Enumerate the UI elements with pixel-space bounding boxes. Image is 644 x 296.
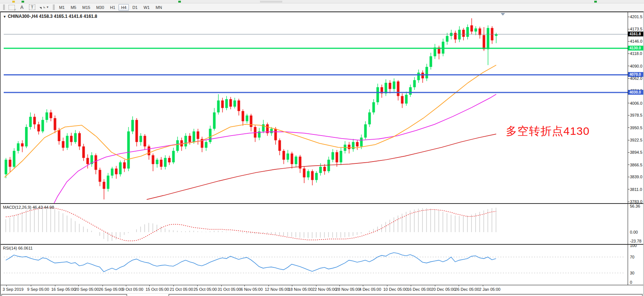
text-box-tool-button[interactable]: T — [27, 4, 37, 11]
rsi-axis-label: 0 — [630, 280, 632, 284]
arrows-tool-button[interactable]: ▼ — [38, 4, 51, 11]
rsi-axis[interactable]: 10070300 — [628, 245, 643, 285]
macd-axis-label: 56.36 — [630, 204, 640, 208]
time-tick — [55, 285, 55, 286]
toolbar-fragment — [12, 1, 15, 3]
price-tick — [628, 103, 630, 103]
price-tick-label: 3783.0 — [630, 199, 643, 204]
time-tick-label: 3 Sep 2019 — [3, 287, 23, 292]
price-tick — [628, 53, 630, 54]
price-axis[interactable]: 4201.54173.54146.04118.04090.04062.04034… — [628, 12, 643, 203]
time-tick — [411, 285, 411, 286]
toolbar-fragment — [594, 1, 597, 3]
window-tab[interactable] — [1, 294, 127, 296]
time-tick-label: 15 Oct 05:00 — [146, 287, 169, 292]
toolbar-grip[interactable] — [53, 4, 55, 10]
current-price-badge: 4161.8 — [628, 32, 643, 36]
time-tick-label: 9 Sep 05:00 — [27, 287, 49, 292]
time-tick-label: 26 Dec 05:00 — [455, 287, 479, 292]
chevron-down-icon[interactable]: ▼ — [46, 6, 49, 9]
window-tab[interactable] — [169, 294, 643, 296]
mt4-window: F A T ▼ M1M5M15M30H1H4D1W1MN ▼CHINA300-,… — [0, 0, 644, 296]
price-tick — [628, 165, 630, 165]
time-tick-label: 20 Sep 05:00 — [75, 287, 99, 292]
price-tick-label: 4090.0 — [630, 64, 643, 68]
timeframe-button-m15[interactable]: M15 — [79, 4, 92, 11]
chart-window: ▼CHINA300-,H4 4158.3 4165.1 4141.6 4161.… — [0, 12, 644, 296]
timeframe-button-m30[interactable]: M30 — [94, 4, 107, 11]
fibonacci-tool-button[interactable]: F — [7, 4, 17, 11]
price-level-badge: 4070.0 — [628, 72, 643, 77]
price-tick — [628, 41, 630, 42]
timeframe-button-h1[interactable]: H1 — [107, 4, 118, 11]
price-tick — [628, 78, 630, 79]
price-tick-label: 4173.5 — [630, 27, 643, 31]
time-tick — [435, 285, 435, 286]
macd-axis-label: -23.78 — [630, 239, 641, 243]
time-tick — [126, 285, 126, 286]
macd-panel[interactable]: MACD(12,26,9) 46.43 44.98 56.360.00-23.7… — [1, 204, 643, 244]
macd-label: MACD(12,26,9) 46.43 44.98 — [3, 205, 54, 209]
toolbar-fragment — [260, 1, 282, 3]
text-t-icon: T — [29, 4, 35, 10]
time-tick — [6, 285, 7, 286]
rsi-axis-label: 70 — [630, 255, 634, 259]
toolbar-grip[interactable] — [3, 4, 5, 10]
price-tick — [628, 17, 630, 17]
symbol-menu-icon[interactable]: ▼ — [3, 15, 6, 19]
text-label-tool-button[interactable]: A — [17, 4, 26, 11]
price-tick-label: 4201.5 — [630, 14, 643, 19]
timeframe-button-w1[interactable]: W1 — [141, 4, 152, 11]
symbol-header[interactable]: ▼CHINA300-,H4 4158.3 4165.1 4141.6 4161.… — [3, 14, 97, 19]
time-tick — [197, 285, 198, 286]
time-tick — [103, 285, 103, 286]
price-tick — [628, 202, 630, 202]
rsi-panel[interactable]: RSI(14) 66.0611 10070300 — [1, 245, 643, 285]
price-tick — [628, 177, 630, 177]
time-tick-label: 6 Nov 05:00 — [241, 287, 263, 292]
time-tick — [339, 285, 340, 286]
time-tick-label: 31 Oct 05:00 — [218, 287, 241, 292]
time-tick — [316, 285, 316, 286]
fibonacci-icon: F — [9, 5, 15, 10]
price-chart-panel[interactable]: ▼CHINA300-,H4 4158.3 4165.1 4141.6 4161.… — [1, 12, 643, 203]
toolbar-fragment — [22, 1, 24, 3]
macd-plot[interactable] — [4, 204, 628, 244]
time-tick-label: 18 Nov 05:00 — [288, 287, 312, 292]
time-tick-label: 26 Sep 05:00 — [99, 287, 123, 292]
timeframe-button-d1[interactable]: D1 — [130, 4, 140, 11]
candlestick-plot[interactable] — [4, 12, 628, 203]
price-tick-label: 4118.0 — [630, 51, 642, 56]
price-tick — [628, 189, 630, 189]
timeframe-button-mn[interactable]: MN — [153, 4, 165, 11]
time-tick-label: 4 Dec 05:00 — [359, 287, 381, 292]
price-tick-label: 3950.5 — [630, 126, 643, 130]
text-a-icon: A — [20, 4, 23, 10]
time-tick — [363, 285, 363, 286]
time-tick — [221, 285, 222, 286]
symbol-title: CHINA300-,H4 4158.3 4165.1 4141.6 4161.8 — [8, 14, 97, 19]
time-tick — [149, 285, 150, 286]
time-axis[interactable]: 3 Sep 20199 Sep 05:0016 Sep 05:0020 Sep … — [1, 285, 643, 293]
macd-axis[interactable]: 56.360.00-23.78 — [628, 204, 643, 244]
price-tick — [628, 152, 630, 153]
price-tick — [628, 127, 630, 128]
timeframe-button-m1[interactable]: M1 — [56, 4, 67, 11]
time-tick-label: 16 Dec 05:00 — [407, 287, 431, 292]
time-tick-label: 25 Oct 05:00 — [193, 287, 217, 292]
time-tick — [269, 285, 269, 286]
price-tick-label: 4006.0 — [630, 101, 643, 105]
chart-shift-marker[interactable] — [501, 13, 505, 16]
price-tick — [628, 29, 630, 29]
timeframe-button-h4[interactable]: H4 — [118, 4, 129, 11]
time-tick-label: 2 Jan 05:00 — [479, 287, 501, 292]
rsi-plot[interactable] — [4, 245, 628, 285]
macd-axis-label: 0.00 — [630, 230, 638, 234]
timeframe-toolbar: M1M5M15M30H1H4D1W1MN — [56, 4, 165, 11]
time-tick — [483, 285, 483, 286]
timeframe-button-m5[interactable]: M5 — [68, 4, 79, 11]
price-tick-label: 3866.5 — [630, 163, 643, 167]
time-tick — [387, 285, 387, 286]
annotation-text[interactable]: 多空转折点4130 — [506, 124, 590, 139]
price-tick-label: 3978.5 — [630, 113, 643, 117]
